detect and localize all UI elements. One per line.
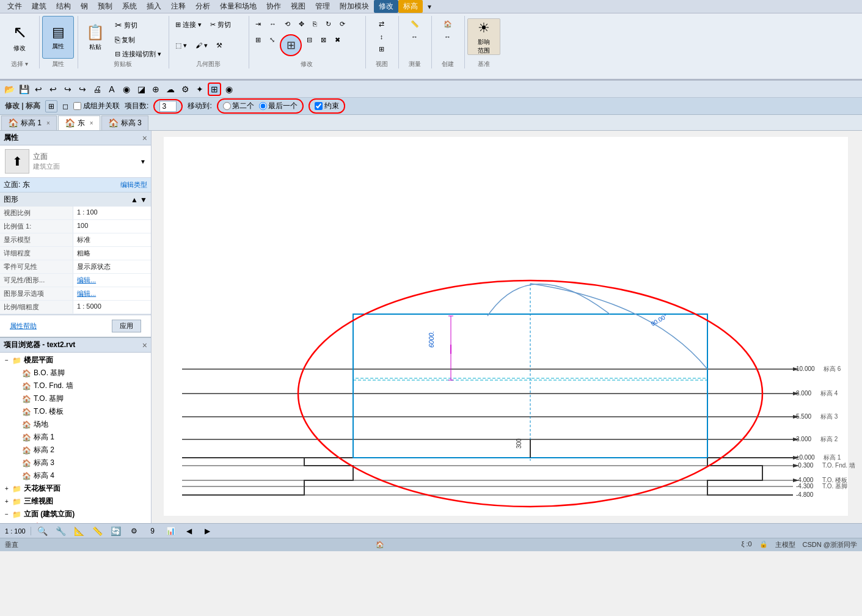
wall-button[interactable]: ⬚ ▾ — [172, 40, 191, 51]
qa-undo[interactable]: ↩ — [32, 82, 45, 96]
bottom-btn5[interactable]: 🔄 — [109, 524, 123, 538]
tree-level4[interactable]: 🏠 标高 4 — [0, 469, 151, 482]
qa-snap[interactable]: ⊕ — [149, 82, 163, 96]
align-button[interactable]: ⇥ — [252, 18, 265, 30]
create-btn1[interactable]: 🏠 — [440, 18, 456, 30]
paste-button[interactable]: 📋 粘贴 — [81, 18, 110, 56]
menu-item-steel[interactable]: 钢 — [76, 0, 93, 13]
menu-item-modify[interactable]: 修改 — [374, 0, 398, 13]
qa-undo2[interactable]: ↩ — [46, 82, 60, 96]
tab-east[interactable]: 🏠 东 × — [58, 116, 100, 130]
view-btn3[interactable]: ⊞ — [375, 43, 388, 55]
second-radio-label[interactable]: 第二个 — [223, 101, 254, 111]
qa-active[interactable]: ⊞ — [208, 82, 221, 96]
paint-button[interactable]: 🖌 ▾ — [192, 40, 211, 51]
qa-measure[interactable]: ◉ — [120, 82, 133, 96]
tree-floor-plans[interactable]: − 📁 楼层平面 — [0, 354, 151, 367]
group-join-check[interactable]: 成组并关联 — [73, 101, 120, 111]
tree-3d[interactable]: + 📁 三维视图 — [0, 495, 151, 508]
close-level1[interactable]: × — [46, 120, 50, 127]
qa-redo2[interactable]: ↪ — [76, 82, 89, 96]
bottom-btn3[interactable]: 📐 — [73, 524, 86, 538]
qa-more[interactable]: ✦ — [193, 82, 206, 96]
edit-type-link[interactable]: 编辑类型 — [120, 180, 147, 189]
tree-to-fnd[interactable]: 🏠 T.O. Fnd. 墙 — [0, 380, 151, 392]
tab-level1[interactable]: 🏠 标高 1 × — [1, 116, 57, 130]
menu-item-collab[interactable]: 协作 — [261, 0, 286, 13]
tree-to-louban[interactable]: 🏠 T.O. 楼板 — [0, 405, 151, 418]
menu-item-more[interactable]: ▾ — [423, 1, 436, 12]
properties-help-link[interactable]: 属性帮助 — [5, 319, 42, 333]
mirror-draw-button[interactable]: ⟳ — [336, 18, 349, 30]
trim-button[interactable]: ⊟ — [303, 34, 316, 46]
view-btn1[interactable]: ⇄ — [375, 18, 388, 30]
menu-item-prefab[interactable]: 预制 — [93, 0, 117, 13]
tab-level3[interactable]: 🏠 标高 3 — [101, 116, 148, 130]
measure-btn1[interactable]: 📏 — [407, 18, 423, 30]
constraint-check[interactable]: 约束 — [315, 101, 339, 111]
select-button[interactable]: ↖ 修改 — [4, 16, 35, 59]
menu-item-manage[interactable]: 管理 — [310, 0, 335, 13]
type-dropdown[interactable]: ▼ — [140, 158, 146, 165]
tree-level2[interactable]: 🏠 标高 2 — [0, 444, 151, 457]
tree-level3[interactable]: 🏠 标高 3 — [0, 457, 151, 469]
menu-item-level[interactable]: 标高 — [398, 0, 423, 13]
menu-item-addon[interactable]: 附加模块 — [335, 0, 374, 13]
tree-bo-jijiao[interactable]: 🏠 B.O. 基脚 — [0, 367, 151, 380]
bottom-btn2[interactable]: 🔧 — [54, 524, 68, 538]
qa-print[interactable]: 🖨 — [90, 82, 104, 96]
connect-cut-button[interactable]: ⊟连接端切割 ▾ — [111, 48, 165, 61]
rotate-button[interactable]: ↻ — [322, 18, 335, 30]
qa-cloud[interactable]: ☁ — [164, 82, 177, 96]
measure-btn2[interactable]: ↔ — [407, 31, 422, 42]
menu-item-mass[interactable]: 体量和场地 — [215, 0, 261, 13]
menu-item-view[interactable]: 视图 — [286, 0, 310, 13]
cut-geo-button[interactable]: ✂ 剪切 — [206, 18, 235, 31]
menu-item-struct[interactable]: 结构 — [51, 0, 76, 13]
scale-button[interactable]: ⤡ — [266, 34, 279, 46]
qa-save[interactable]: 💾 — [17, 82, 31, 96]
select-mode-btn[interactable]: ◻ — [62, 102, 68, 111]
qa-view[interactable]: ◉ — [222, 82, 236, 96]
bottom-btn6[interactable]: ⚙ — [128, 524, 141, 538]
copy-mod-button[interactable]: ⎘ — [309, 18, 321, 29]
qa-3d[interactable]: A — [105, 82, 119, 96]
align-grid-button[interactable]: ⊞ — [280, 34, 302, 56]
qa-settings[interactable]: ⚙ — [178, 82, 192, 96]
view-btn2[interactable]: ↕ — [376, 31, 387, 42]
split-elem-button[interactable]: ⊠ — [317, 34, 330, 46]
properties-close[interactable]: × — [142, 133, 147, 143]
apply-button[interactable]: 应用 — [112, 320, 141, 332]
menu-item-sys[interactable]: 系统 — [117, 0, 142, 13]
tree-ceiling[interactable]: + 📁 天花板平面 — [0, 482, 151, 495]
tree-east[interactable]: 🏠 东 — [0, 521, 151, 523]
cut-button[interactable]: ✂剪切 — [111, 18, 165, 32]
menu-item-arch[interactable]: 建筑 — [27, 0, 51, 13]
join-button[interactable]: ⊞ 连接 ▾ — [172, 18, 205, 31]
grid-mode-btn[interactable]: ⊞ — [45, 100, 57, 112]
tree-site[interactable]: 🏠 场地 — [0, 418, 151, 431]
tree-level1[interactable]: 🏠 标高 1 — [0, 431, 151, 444]
menu-item-annot[interactable]: 注释 — [166, 0, 191, 13]
array-button[interactable]: ⊞ — [252, 34, 265, 46]
section-header-graphics[interactable]: 图形 ▲ ▼ — [0, 193, 151, 207]
browser-close[interactable]: × — [142, 340, 147, 350]
menu-item-file[interactable]: 文件 — [2, 0, 27, 13]
move-button[interactable]: ✥ — [295, 18, 308, 30]
split-button[interactable]: ⚒ — [213, 40, 226, 51]
tree-elevation[interactable]: − 📁 立面 (建筑立面) — [0, 508, 151, 521]
copy-button[interactable]: ⎘复制 — [111, 33, 165, 46]
tree-to-jijiao[interactable]: 🏠 T.O. 基脚 — [0, 392, 151, 405]
properties-button[interactable]: ▤ 属性 — [42, 16, 74, 59]
prop-value-6[interactable]: 编辑... — [73, 287, 151, 300]
close-east[interactable]: × — [90, 120, 93, 127]
create-btn2[interactable]: ↔ — [440, 31, 455, 42]
qa-open[interactable]: 📂 — [2, 82, 16, 96]
items-count-input[interactable] — [159, 101, 177, 112]
offset-button[interactable]: ↔ — [266, 18, 280, 29]
mirror-pick-button[interactable]: ⟲ — [281, 18, 294, 30]
menu-item-insert[interactable]: 插入 — [142, 0, 166, 13]
impact-scope-button[interactable]: ☀ 影响范围 — [467, 18, 500, 55]
prop-value-5[interactable]: 编辑... — [73, 274, 151, 287]
unpin-button[interactable]: ✖ — [331, 34, 344, 46]
